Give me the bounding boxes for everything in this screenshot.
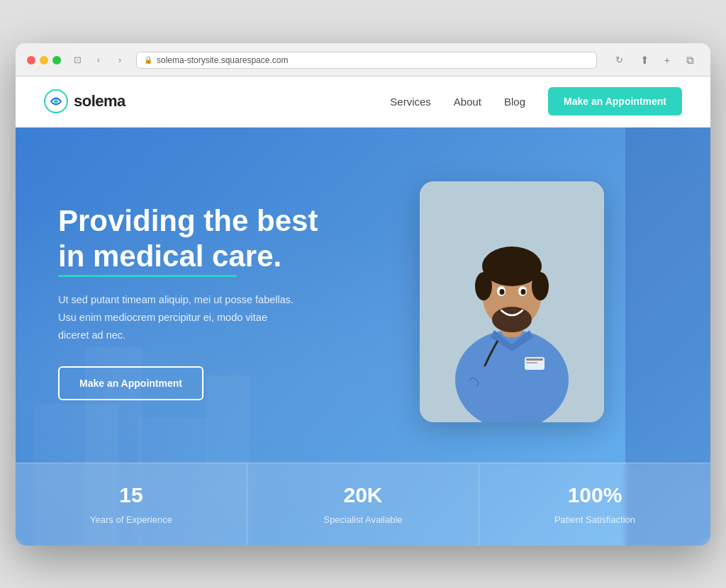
browser-actions: ⬆ + ⧉ [635, 53, 699, 67]
hero-left: Providing the best in medical care. Ut s… [58, 203, 384, 401]
svg-point-1 [54, 99, 58, 103]
share-icon[interactable]: ⬆ [635, 53, 654, 67]
stat-number-satisfaction: 100% [493, 483, 696, 507]
stat-number-experience: 15 [30, 483, 233, 507]
stats-bar: 15 Years of Experience 20K Specialist Av… [16, 463, 710, 545]
sidebar-toggle-icon[interactable]: ⊡ [68, 53, 86, 67]
hero-content: Providing the best in medical care. Ut s… [16, 128, 710, 463]
browser-controls: ⊡ ‹ › [68, 53, 129, 67]
stat-number-specialists: 20K [262, 483, 464, 507]
forward-icon[interactable]: › [111, 53, 129, 67]
nav-links: Services About Blog Make an Appointment [390, 87, 682, 115]
stat-label-specialists: Specialist Available [323, 514, 402, 525]
browser-window: ⊡ ‹ › 🔒 solema-storysite.squarespace.com… [16, 43, 710, 545]
stat-item-experience: 15 Years of Experience [16, 463, 247, 545]
hero-subtitle: Ut sed putant timeam aliquip, mei ut pos… [58, 291, 299, 344]
svg-point-12 [500, 289, 505, 295]
browser-chrome: ⊡ ‹ › 🔒 solema-storysite.squarespace.com… [16, 43, 710, 77]
logo-text: solema [74, 92, 125, 111]
minimize-button[interactable] [40, 56, 48, 64]
navbar: solema Services About Blog Make an Appoi… [16, 77, 710, 128]
tab-overview-icon[interactable]: ⧉ [681, 53, 699, 67]
hero-heading-line2: in medical care. [58, 239, 281, 274]
hero-heading: Providing the best in medical care. [58, 203, 384, 275]
logo-icon [44, 89, 68, 113]
doctor-image [420, 181, 604, 422]
stat-item-satisfaction: 100% Patient Satisfiaction [479, 463, 710, 545]
svg-rect-16 [526, 358, 543, 361]
close-button[interactable] [27, 56, 35, 64]
hero-right [413, 181, 611, 422]
website-content: solema Services About Blog Make an Appoi… [16, 77, 710, 545]
stat-label-experience: Years of Experience [90, 514, 172, 525]
maximize-button[interactable] [52, 56, 61, 64]
nav-link-services[interactable]: Services [390, 96, 431, 108]
nav-link-blog[interactable]: Blog [504, 96, 525, 108]
svg-point-7 [475, 272, 492, 300]
svg-point-9 [492, 307, 532, 332]
hero-section: Providing the best in medical care. Ut s… [16, 128, 710, 545]
address-bar[interactable]: 🔒 solema-storysite.squarespace.com [136, 52, 597, 69]
nav-link-about[interactable]: About [454, 96, 481, 108]
stat-item-specialists: 20K Specialist Available [247, 463, 479, 545]
svg-point-8 [532, 272, 549, 300]
hero-cta-button[interactable]: Make an Appointment [58, 366, 203, 400]
url-text: solema-storysite.squarespace.com [157, 55, 288, 65]
logo[interactable]: solema [44, 89, 125, 113]
traffic-lights [27, 56, 61, 64]
nav-cta-button[interactable]: Make an Appointment [548, 87, 682, 115]
lock-icon: 🔒 [144, 56, 152, 64]
doctor-card [420, 181, 604, 422]
back-icon[interactable]: ‹ [89, 53, 108, 67]
svg-point-13 [521, 289, 526, 295]
reload-icon[interactable]: ↻ [610, 53, 628, 67]
hero-heading-line1: Providing the best [58, 204, 318, 237]
new-tab-icon[interactable]: + [658, 53, 676, 67]
svg-rect-17 [526, 362, 537, 363]
stat-label-satisfaction: Patient Satisfiaction [554, 514, 635, 525]
reload-button[interactable]: ↻ [610, 53, 628, 67]
